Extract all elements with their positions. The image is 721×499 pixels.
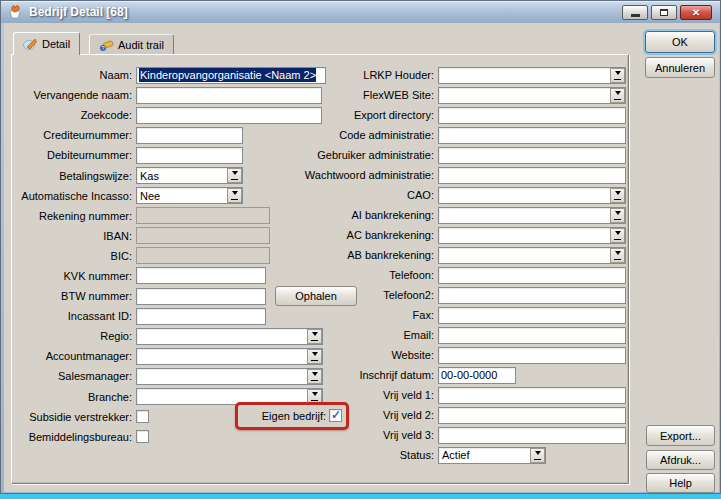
right-form-column: LRKP Houder: FlexWEB Site: Export direct… (300, 65, 630, 465)
form-row: Email: (300, 325, 630, 345)
inschrijf-datum-label: Inschrijf datum: (300, 369, 434, 381)
inschrijf-datum-input[interactable] (438, 367, 516, 384)
vrij-veld-3-input[interactable] (438, 427, 626, 444)
form-row: FlexWEB Site: (300, 85, 630, 105)
kvk-nummer-label: KVK nummer: (18, 270, 132, 282)
vervangende-naam-input[interactable] (136, 87, 322, 104)
telefoon-input[interactable] (438, 267, 626, 284)
ab-bankrekening-select[interactable] (438, 247, 626, 264)
btw-nummer-input[interactable] (136, 288, 266, 305)
afdruk-button[interactable]: Afdruk... (646, 450, 715, 470)
rekening-nummer-label: Rekening nummer: (18, 210, 132, 222)
email-input[interactable] (438, 327, 626, 344)
telefoon2-input[interactable] (438, 287, 626, 304)
dropdown-arrow-icon[interactable] (610, 188, 625, 203)
detail-tab-icon (23, 37, 38, 51)
code-administratie-input[interactable] (438, 127, 626, 144)
telefoon-label: Telefoon: (300, 269, 434, 281)
lrkp-houder-label: LRKP Houder: (300, 69, 434, 81)
close-button[interactable]: ✕ (680, 5, 712, 20)
subsidie-verstrekker-label: Subsidie verstrekker: (18, 411, 132, 423)
export-directory-label: Export directory: (300, 109, 434, 121)
help-button[interactable]: Help (646, 473, 715, 493)
form-row: LRKP Houder: (300, 65, 630, 85)
naam-label: Naam: (18, 69, 132, 81)
app-icon (7, 4, 23, 20)
close-icon: ✕ (692, 8, 700, 18)
ai-bankrekening-select[interactable] (438, 207, 626, 224)
annuleren-button[interactable]: Annuleren (645, 57, 715, 78)
automatische-incasso-select[interactable]: Nee (136, 187, 243, 204)
export-directory-input[interactable] (438, 107, 626, 124)
email-label: Email: (300, 329, 434, 341)
window-controls: ✕ (622, 5, 712, 20)
form-row: Code administratie: (300, 125, 630, 145)
form-row: AI bankrekening: (300, 205, 630, 225)
dropdown-arrow-icon[interactable] (610, 68, 625, 83)
tab-audit-trail-label: Audit trail (118, 39, 164, 51)
form-row: Vrij veld 2: (300, 405, 630, 425)
dropdown-arrow-icon[interactable] (530, 448, 545, 463)
salesmanager-select[interactable] (136, 368, 323, 385)
form-row: Vrij veld 3: (300, 425, 630, 445)
export-button[interactable]: Export... (646, 425, 715, 446)
dropdown-arrow-icon[interactable] (610, 208, 625, 223)
bemiddelingsbureau-checkbox[interactable] (136, 430, 149, 443)
vrij-veld-1-input[interactable] (438, 387, 626, 404)
status-value: Actief (439, 449, 530, 461)
svg-text:?: ? (101, 45, 104, 51)
naam-input[interactable]: Kinderopvangorganisatie <Naam 2> (136, 67, 326, 84)
iban-label: IBAN: (18, 230, 132, 242)
form-row: Telefoon: (300, 265, 630, 285)
tab-detail[interactable]: Detail (13, 32, 80, 55)
lrkp-houder-select[interactable] (438, 67, 626, 84)
incassant-id-input[interactable] (136, 308, 266, 325)
dropdown-arrow-icon[interactable] (610, 228, 625, 243)
subsidie-verstrekker-checkbox[interactable] (136, 410, 149, 423)
ok-button[interactable]: OK (645, 31, 715, 53)
dropdown-arrow-icon[interactable] (610, 88, 625, 103)
dropdown-arrow-icon[interactable] (227, 188, 242, 203)
crediteurnummer-input[interactable] (136, 127, 243, 144)
cao-select[interactable] (438, 187, 626, 204)
zoekcode-input[interactable] (136, 107, 322, 124)
titlebar[interactable]: Bedrijf Detail [68] ✕ (1, 1, 720, 23)
code-administratie-label: Code administratie: (300, 129, 434, 141)
form-row: AC bankrekening: (300, 225, 630, 245)
dropdown-arrow-icon[interactable] (227, 168, 242, 183)
form-row: AB bankrekening: (300, 245, 630, 265)
ai-bankrekening-label: AI bankrekening: (300, 209, 434, 221)
iban-input (136, 227, 270, 244)
minimize-button[interactable] (622, 5, 648, 20)
wachtwoord-administratie-input[interactable] (438, 167, 626, 184)
accountmanager-select[interactable] (136, 348, 323, 365)
ac-bankrekening-select[interactable] (438, 227, 626, 244)
website-input[interactable] (438, 347, 626, 364)
automatische-incasso-label: Automatische Incasso: (18, 190, 132, 202)
fax-input[interactable] (438, 307, 626, 324)
vrij-veld-3-label: Vrij veld 3: (300, 429, 434, 441)
automatische-incasso-value: Nee (137, 190, 227, 202)
bedrijf-detail-window: Bedrijf Detail [68] ✕ Detail ? (0, 0, 721, 494)
dialog-client-area: Detail ? Audit trail Naam: Kinderopvango… (4, 23, 719, 492)
flexweb-site-select[interactable] (438, 87, 626, 104)
form-row: Vrij veld 1: (300, 385, 630, 405)
vrij-veld-1-label: Vrij veld 1: (300, 389, 434, 401)
maximize-button[interactable] (651, 5, 677, 20)
form-row: Inschrijf datum: (300, 365, 630, 385)
debiteurnummer-label: Debiteurnummer: (18, 149, 132, 161)
tab-audit-trail[interactable]: ? Audit trail (89, 34, 174, 55)
regio-select[interactable] (136, 328, 323, 345)
rekening-nummer-input (136, 207, 270, 224)
tab-detail-label: Detail (42, 38, 70, 50)
kvk-nummer-input[interactable] (136, 267, 266, 284)
bic-label: BIC: (18, 250, 132, 262)
ac-bankrekening-label: AC bankrekening: (300, 229, 434, 241)
gebruiker-administratie-input[interactable] (438, 147, 626, 164)
debiteurnummer-input[interactable] (136, 147, 243, 164)
salesmanager-label: Salesmanager: (18, 370, 132, 382)
vrij-veld-2-input[interactable] (438, 407, 626, 424)
betalingswijze-select[interactable]: Kas (136, 167, 243, 184)
dropdown-arrow-icon[interactable] (610, 248, 625, 263)
status-select[interactable]: Actief (438, 447, 546, 464)
